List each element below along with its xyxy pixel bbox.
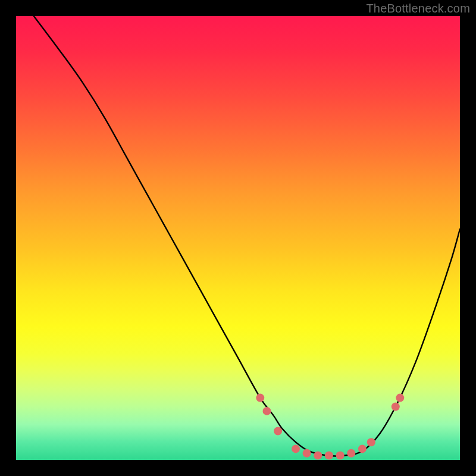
marker-group [256, 394, 404, 460]
marker-dot [256, 394, 264, 402]
marker-dot [274, 427, 282, 436]
marker-dot [358, 444, 367, 453]
bottleneck-curve [34, 16, 460, 456]
plot-area [16, 16, 460, 460]
marker-dot [303, 449, 311, 458]
marker-dot [392, 403, 400, 411]
marker-dot [263, 407, 271, 415]
curve-svg [16, 16, 460, 460]
chart-frame: TheBottleneck.com [0, 0, 476, 476]
marker-dot [314, 452, 322, 460]
marker-dot [396, 394, 404, 402]
marker-dot [292, 444, 300, 453]
watermark-text: TheBottleneck.com [366, 2, 470, 15]
marker-dot [347, 449, 355, 458]
marker-dot [336, 452, 345, 460]
marker-dot [325, 452, 333, 460]
marker-dot [367, 438, 375, 446]
